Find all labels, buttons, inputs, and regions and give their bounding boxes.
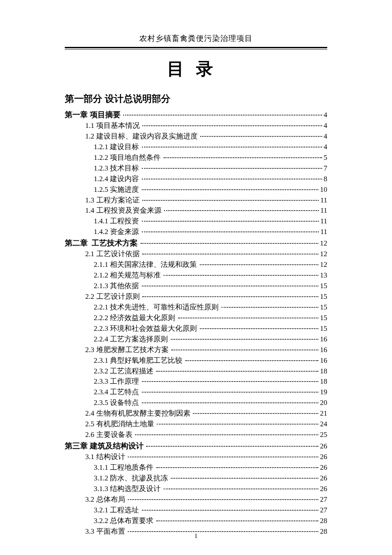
toc-entry: 2.3.4 工艺特点 19 (65, 387, 327, 397)
toc-entry: 1.2.5 实施进度 10 (65, 185, 327, 195)
toc-leader-dots (200, 264, 319, 265)
toc-entry-page: 4 (323, 121, 328, 131)
toc-leader-dots (156, 467, 319, 468)
toc-leader-dots (141, 243, 319, 244)
toc-entry: 2.6 主要设备表 25 (65, 430, 327, 440)
toc-entry-label: 3.2.1 工程选址 (65, 506, 141, 515)
toc-entry-page: 16 (319, 345, 327, 355)
toc-entry-label: 1.4.2 资金来源 (65, 227, 141, 237)
toc-entry-page: 15 (319, 281, 327, 291)
toc-leader-dots (135, 434, 318, 435)
toc-entry-page: 21 (319, 409, 327, 419)
header-rule-thin (65, 49, 327, 49)
toc-entry-page: 10 (319, 185, 327, 195)
toc-entry: 2.5 有机肥消纳土地量 24 (65, 419, 327, 429)
toc-leader-dots (178, 318, 319, 318)
toc-entry-page: 26 (319, 463, 327, 473)
toc-entry-page: 15 (319, 313, 327, 323)
toc-entry-page: 19 (319, 387, 327, 397)
toc-leader-dots (142, 510, 319, 511)
toc-leader-dots (156, 371, 319, 372)
toc-entry-label: 1.3 工程方案论证 (65, 196, 141, 205)
toc-entry-page: 18 (319, 377, 327, 387)
toc-entry-page: 26 (319, 474, 327, 483)
toc-entry: 2.3 堆肥发酵工艺技术方案 16 (65, 345, 327, 355)
toc-leader-dots (185, 360, 319, 361)
toc-entry: 2.2.1 技术先进性、可靠性和适应性原则 15 (65, 303, 327, 312)
toc-leader-dots (142, 147, 322, 147)
toc-leader-dots (142, 179, 322, 179)
toc-entry: 2.4 生物有机肥发酵主要控制因素 21 (65, 409, 327, 419)
toc-leader-dots (157, 424, 318, 425)
toc-leader-dots (164, 210, 319, 211)
toc-entry-label: 2.6 主要设备表 (65, 430, 134, 440)
toc-entry-page: 11 (320, 227, 327, 237)
toc-entry-label: 第一章 项目摘要 (65, 110, 122, 120)
toc-entry: 3.1 结构设计 26 (65, 452, 327, 462)
toc-entry: 1.2.1 建设目标 4 (65, 142, 327, 152)
toc-entry-label: 2.2 工艺设计原则 (65, 292, 141, 302)
toc-entry-label: 2.1 工艺设计依据 (65, 249, 141, 259)
toc-leader-dots (164, 489, 319, 489)
toc-entry-label: 3.1 结构设计 (65, 452, 127, 462)
toc-entry-page: 15 (319, 324, 327, 334)
toc-entry-page: 16 (319, 356, 327, 366)
page-number: 1 (0, 532, 392, 540)
toc-leader-dots (142, 125, 322, 126)
toc-entry-page: 7 (323, 164, 328, 173)
toc-entry-label: 2.3.1 典型好氧堆肥工艺比较 (65, 356, 184, 366)
toc-entry-label: 2.2.1 技术先进性、可靠性和适应性原则 (65, 303, 221, 312)
header-rule-thick (65, 47, 327, 48)
toc-entry-label: 1.4.1 工程投资 (65, 217, 141, 226)
toc-entry-label: 1.2.2 项目地自然条件 (65, 153, 163, 163)
toc-entry-page: 12 (319, 249, 327, 259)
toc-entry-page: 27 (319, 506, 327, 515)
toc-entry-label: 2.2.4 工艺方案选择原则 (65, 335, 170, 344)
toc-entry-page: 13 (319, 271, 327, 280)
toc-entry: 1.4 工程投资及资金来源 11 (65, 206, 327, 216)
toc-entry-page: 5 (323, 153, 328, 163)
toc-leader-dots (142, 221, 319, 222)
document-title: 目录 (0, 57, 392, 81)
toc-leader-dots (142, 254, 318, 254)
toc-leader-dots (164, 275, 319, 276)
table-of-contents: 第一章 项目摘要 41.1 项目基本情况 41.2 建设目标、建设内容及实施进度… (65, 110, 327, 537)
toc-leader-dots (142, 168, 322, 169)
toc-leader-dots (142, 381, 319, 382)
part-title: 第一部分 设计总说明部分 (65, 92, 392, 105)
toc-entry-page: 18 (319, 367, 327, 376)
toc-entry: 3.1.1 工程地质条件 26 (65, 463, 327, 473)
page: 农村乡镇畜禽粪便污染治理项目 目录 第一部分 设计总说明部分 第一章 项目摘要 … (0, 0, 392, 555)
toc-entry-page: 15 (319, 292, 327, 302)
toc-leader-dots (142, 392, 319, 393)
toc-entry-page: 4 (323, 142, 328, 152)
toc-entry-label: 3.2.2 总体布置要求 (65, 516, 156, 526)
toc-entry-label: 2.3.4 工艺特点 (65, 387, 141, 397)
toc-entry-label: 2.3.5 设备特点 (65, 398, 141, 408)
toc-entry-page: 25 (319, 430, 327, 440)
toc-entry-page: 26 (319, 442, 327, 451)
toc-entry-label: 2.5 有机肥消纳土地量 (65, 419, 156, 429)
toc-entry-page: 11 (320, 217, 327, 226)
toc-entry: 第二章 工艺技术方案 12 (65, 238, 327, 249)
toc-leader-dots (142, 231, 319, 232)
toc-entry: 1.4.2 资金来源 11 (65, 227, 327, 237)
toc-entry-page: 16 (319, 335, 327, 344)
toc-leader-dots (128, 457, 318, 457)
toc-entry-page: 11 (320, 206, 327, 216)
toc-leader-dots (142, 200, 319, 201)
toc-entry: 2.3.5 设备特点 20 (65, 398, 327, 408)
toc-entry-label: 1.4 工程投资及资金来源 (65, 206, 163, 216)
toc-entry-label: 2.4 生物有机肥发酵主要控制因素 (65, 409, 192, 419)
toc-entry: 3.1.3 结构选型及设计 26 (65, 484, 327, 494)
toc-entry: 2.2.3 环境和社会效益最大化原则 15 (65, 324, 327, 334)
toc-entry: 2.1.2 相关规范与标准 13 (65, 271, 327, 280)
toc-entry: 3.1.2 防水、抗渗及抗冻 26 (65, 474, 327, 483)
toc-entry-label: 2.1.3 其他依据 (65, 281, 141, 291)
toc-entry-label: 第三章 建筑及结构设计 (65, 441, 145, 451)
toc-entry-page: 15 (319, 303, 327, 312)
toc-entry-page: 28 (319, 516, 327, 526)
toc-leader-dots (128, 531, 318, 532)
toc-entry-page: 12 (319, 260, 327, 270)
toc-entry: 2.2.2 经济效益最大化原则 15 (65, 313, 327, 323)
